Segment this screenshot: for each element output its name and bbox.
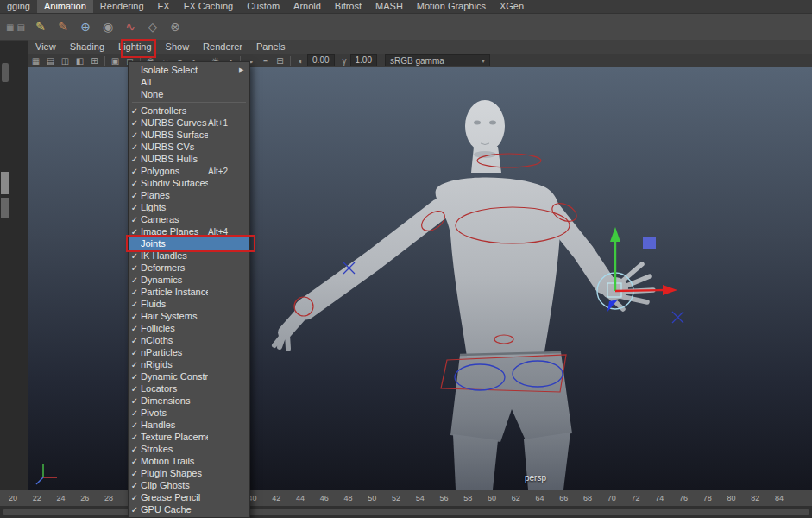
show-menu-item-dynamic-constraints[interactable]: ✓Dynamic Constraints <box>129 370 249 382</box>
show-menu-item-isolate-select[interactable]: Isolate Select▶ <box>129 64 249 76</box>
show-menu-item-texture-placements[interactable]: ✓Texture Placements <box>129 431 249 443</box>
panel-menu-renderer[interactable]: Renderer <box>196 40 249 54</box>
menu-tab-motion-graphics[interactable]: Motion Graphics <box>410 0 493 13</box>
show-menu-item-nurbs-hulls[interactable]: ✓NURBS Hulls <box>129 153 249 165</box>
show-menu-item-planes[interactable]: ✓Planes <box>129 189 249 201</box>
show-menu-item-nurbs-cvs[interactable]: ✓NURBS CVs <box>129 141 249 153</box>
show-menu-item-strokes[interactable]: ✓Strokes <box>129 443 249 455</box>
menu-tab-fx-caching[interactable]: FX Caching <box>177 0 240 13</box>
gamma-icon[interactable]: γ <box>343 56 347 66</box>
panel-menu-panels[interactable]: Panels <box>249 40 293 54</box>
timeline-tick[interactable]: 78 <box>702 494 714 502</box>
film-gate-icon[interactable]: ▤ <box>43 56 58 66</box>
timeline-tick[interactable]: 20 <box>7 494 19 502</box>
ghosting-icon[interactable]: ⊗ <box>166 17 185 36</box>
toolbox-collapsed-panel-2[interactable] <box>1 198 9 218</box>
exposure-field[interactable]: 0.00 <box>307 54 334 66</box>
timeline-tick[interactable]: 58 <box>462 494 474 502</box>
timeline-tick[interactable]: 74 <box>653 494 665 502</box>
timeline-tick[interactable]: 72 <box>630 494 642 502</box>
timeline-tick[interactable]: 70 <box>606 494 618 502</box>
isolate-select-icon[interactable]: ⊟ <box>273 56 287 66</box>
toolbox-collapsed-panel-1[interactable] <box>1 172 9 194</box>
panel-menu-lighting[interactable]: Lighting <box>111 40 159 54</box>
human-3d-model[interactable] <box>274 100 653 490</box>
menu-tab-arnold[interactable]: Arnold <box>286 0 328 13</box>
gate-mask-icon[interactable]: ◧ <box>72 56 87 66</box>
grid-icon[interactable]: ▦ <box>28 56 43 66</box>
timeline-tick[interactable]: 44 <box>294 494 306 502</box>
breakdown-pencil-icon[interactable]: ✎ <box>54 17 72 36</box>
show-menu-item-nparticles[interactable]: ✓nParticles <box>129 346 249 358</box>
show-menu-item-grease-pencil[interactable]: ✓Grease Pencil <box>129 491 249 503</box>
show-menu-item-locators[interactable]: ✓Locators <box>129 382 249 395</box>
menu-tab-rendering[interactable]: Rendering <box>93 0 151 13</box>
ik-handle-icon[interactable]: ◉ <box>98 17 117 36</box>
show-menu-item-dimensions[interactable]: ✓Dimensions <box>129 395 249 407</box>
timeline-tick[interactable]: 84 <box>773 494 785 502</box>
show-menu-item-particle-instancers[interactable]: ✓Particle Instancers <box>129 286 249 298</box>
show-menu-item-ik-handles[interactable]: ✓IK Handles <box>129 250 249 262</box>
show-menu-item-controllers[interactable]: ✓Controllers <box>129 104 249 117</box>
range-slider[interactable] <box>0 506 812 518</box>
menu-tab-mash[interactable]: MASH <box>368 0 410 13</box>
timeline-tick[interactable]: 48 <box>343 494 355 502</box>
menu-tab-gging[interactable]: gging <box>0 0 37 13</box>
exposure-icon[interactable]: ◐ <box>299 56 304 66</box>
show-menu-item-cameras[interactable]: ✓Cameras <box>129 213 249 225</box>
set-key-pencil-icon[interactable]: ✎ <box>31 17 50 36</box>
constraint-icon[interactable]: ◇ <box>143 17 162 36</box>
timeline-tick[interactable]: 68 <box>582 494 594 502</box>
menu-tab-animation[interactable]: Animation <box>37 0 93 13</box>
menu-tab-fx[interactable]: FX <box>151 0 177 13</box>
panel-menu-shading[interactable]: Shading <box>63 40 111 54</box>
show-menu-item-none[interactable]: None <box>129 88 249 100</box>
menu-tab-custom[interactable]: Custom <box>240 0 286 13</box>
timeline-tick[interactable]: 64 <box>534 494 546 502</box>
time-slider[interactable]: 2022242628303234363840424446485052545658… <box>0 490 812 506</box>
menu-tab-bifrost[interactable]: Bifrost <box>328 0 368 13</box>
timeline-tick[interactable]: 50 <box>366 494 378 502</box>
timeline-tick[interactable]: 76 <box>677 494 689 502</box>
timeline-tick[interactable]: 62 <box>510 494 522 502</box>
timeline-tick[interactable]: 56 <box>438 494 450 502</box>
show-menu-item-pivots[interactable]: ✓Pivots <box>129 407 249 419</box>
shelf-tab-grid-icon[interactable]: ▦ <box>6 22 14 32</box>
show-menu-item-plugin-shapes[interactable]: ✓Plugin Shapes <box>129 467 249 479</box>
motion-blur-icon[interactable]: ◓ <box>258 56 273 66</box>
timeline-tick[interactable]: 26 <box>79 494 91 502</box>
show-menu-item-joints[interactable]: Joints <box>129 237 249 250</box>
blue-selection-handle[interactable] <box>643 237 656 249</box>
color-space-dropdown[interactable]: sRGB gamma ▾ <box>385 54 490 66</box>
timeline-tick[interactable]: 82 <box>749 494 761 502</box>
timeline-tick[interactable]: 28 <box>103 494 115 502</box>
show-menu-item-hair-systems[interactable]: ✓Hair Systems <box>129 310 249 322</box>
timeline-tick[interactable]: 46 <box>318 494 330 502</box>
manipulator-x-axis[interactable] <box>615 290 664 291</box>
timeline-tick[interactable]: 52 <box>390 494 402 502</box>
safe-action-icon[interactable]: ▣ <box>108 56 123 66</box>
show-menu-item-nurbs-curves[interactable]: ✓NURBS CurvesAlt+1 <box>129 117 249 129</box>
show-menu-item-deformers[interactable]: ✓Deformers <box>129 262 249 274</box>
show-menu-item-subdiv-surfaces[interactable]: ✓Subdiv Surfaces <box>129 177 249 189</box>
show-menu-item-handles[interactable]: ✓Handles <box>129 419 249 431</box>
panel-menu-show[interactable]: Show <box>159 40 197 54</box>
timeline-tick[interactable]: 42 <box>270 494 282 502</box>
show-menu-item-fluids[interactable]: ✓Fluids <box>129 298 249 310</box>
gamma-field[interactable]: 1.00 <box>350 54 377 66</box>
show-menu-item-motion-trails[interactable]: ✓Motion Trails <box>129 455 249 467</box>
menu-tab-xgen[interactable]: XGen <box>493 0 531 13</box>
show-menu-item-ncloths[interactable]: ✓nCloths <box>129 334 249 346</box>
show-menu-item-lights[interactable]: ✓Lights <box>129 201 249 213</box>
timeline-tick[interactable]: 24 <box>55 494 67 502</box>
timeline-tick[interactable]: 66 <box>557 494 570 502</box>
resolution-gate-icon[interactable]: ◫ <box>58 56 72 66</box>
timeline-tick[interactable]: 54 <box>414 494 426 502</box>
show-menu-item-gpu-cache[interactable]: ✓GPU Cache <box>129 503 249 515</box>
panel-menu-view[interactable]: View <box>28 40 63 54</box>
show-menu-item-follicles[interactable]: ✓Follicles <box>129 322 249 334</box>
shelf-menu-icon[interactable]: ▤ <box>17 22 25 32</box>
show-menu-item-clip-ghosts[interactable]: ✓Clip Ghosts <box>129 479 249 491</box>
timeline-tick[interactable]: 80 <box>726 494 738 502</box>
show-menu-item-all[interactable]: All <box>129 76 249 88</box>
